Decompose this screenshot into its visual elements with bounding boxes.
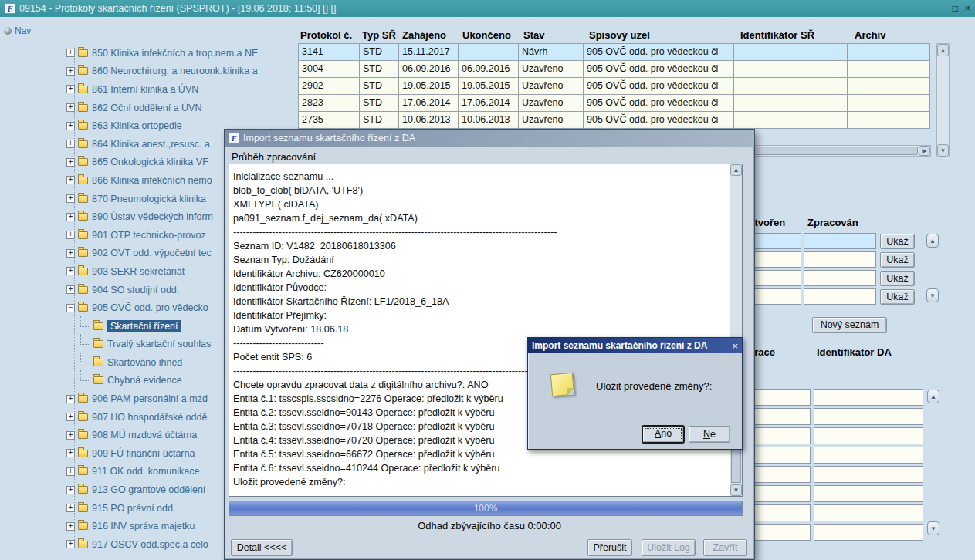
- table-cell[interactable]: [733, 94, 848, 112]
- expand-icon[interactable]: +: [66, 249, 75, 258]
- table-cell[interactable]: 905 OVČ odd. pro vědeckou či: [583, 43, 734, 61]
- expand-icon[interactable]: +: [66, 486, 75, 494]
- table-cell[interactable]: STD: [359, 94, 399, 112]
- da-identifier-field[interactable]: [814, 504, 923, 521]
- table-cell[interactable]: 19.05.2015: [398, 77, 459, 95]
- expand-icon[interactable]: +: [66, 158, 75, 167]
- save-log-button[interactable]: Uložit Log: [642, 539, 696, 556]
- table-row[interactable]: 2823STD17.06.201417.06.2014Uzavřeno905 O…: [298, 94, 936, 112]
- expand-icon[interactable]: +: [66, 522, 75, 531]
- log-scroll-thumb[interactable]: [731, 447, 741, 483]
- table-cell[interactable]: [733, 60, 848, 78]
- table-cell[interactable]: 2902: [298, 77, 360, 95]
- table-vertical-scrollbar[interactable]: ▲ ▼: [936, 43, 950, 157]
- table-cell[interactable]: 06.09.2016: [398, 60, 459, 78]
- table-cell[interactable]: STD: [359, 77, 399, 95]
- table-cell[interactable]: 10.06.2013: [458, 111, 519, 129]
- da-scroll-up-icon[interactable]: ▲: [927, 390, 939, 403]
- da-identifier-field[interactable]: [814, 485, 923, 502]
- da-identifier-field[interactable]: [814, 524, 923, 541]
- collapse-icon[interactable]: −: [66, 304, 75, 312]
- table-cell[interactable]: Uzavřeno: [518, 60, 584, 78]
- table-cell[interactable]: [733, 77, 848, 95]
- table-cell[interactable]: [847, 77, 930, 95]
- table-cell[interactable]: Uzavřeno: [518, 94, 584, 112]
- expand-icon[interactable]: +: [66, 122, 75, 130]
- scroll-track[interactable]: [937, 56, 949, 144]
- expand-icon[interactable]: +: [66, 194, 75, 203]
- new-list-button[interactable]: Nový seznam: [812, 317, 887, 333]
- tree-item[interactable]: +850 Klinika infekčních a trop.nem.a NE: [66, 44, 298, 62]
- table-cell[interactable]: [847, 111, 930, 129]
- table-cell[interactable]: [847, 43, 930, 61]
- expand-icon[interactable]: +: [66, 467, 75, 476]
- expand-icon[interactable]: +: [66, 85, 75, 93]
- expand-icon[interactable]: +: [66, 504, 75, 512]
- da-identifier-field[interactable]: [814, 408, 923, 425]
- no-button[interactable]: Ne: [689, 426, 730, 443]
- table-cell[interactable]: [847, 60, 930, 78]
- table-cell[interactable]: 19.05.2015: [458, 77, 519, 95]
- log-scroll-down-icon[interactable]: ▼: [730, 484, 742, 496]
- yes-button[interactable]: Ano: [642, 426, 684, 443]
- scroll-right-icon[interactable]: ▶: [919, 146, 930, 156]
- table-cell[interactable]: [733, 111, 848, 129]
- processed-field[interactable]: [804, 233, 876, 249]
- table-cell[interactable]: 17.06.2014: [458, 94, 519, 112]
- table-cell[interactable]: STD: [359, 60, 399, 78]
- da-identifier-field[interactable]: [814, 447, 923, 464]
- table-row[interactable]: 2902STD19.05.201519.05.2015Uzavřeno905 O…: [298, 77, 936, 95]
- table-cell[interactable]: [458, 43, 519, 61]
- da-identifier-field[interactable]: [814, 466, 923, 483]
- expand-icon[interactable]: +: [66, 176, 75, 184]
- table-cell[interactable]: STD: [359, 43, 399, 61]
- table-cell[interactable]: Uzavřeno: [518, 77, 584, 95]
- scroll-up-icon[interactable]: ▲: [937, 44, 949, 56]
- expand-icon[interactable]: +: [66, 395, 75, 403]
- confirm-close-icon[interactable]: ×: [732, 340, 738, 352]
- scroll-down-icon[interactable]: ▼: [937, 144, 949, 157]
- close-dialog-button[interactable]: Zavřít: [703, 539, 747, 556]
- table-cell[interactable]: 3004: [298, 60, 360, 78]
- show-button[interactable]: Ukaž: [880, 271, 915, 286]
- expand-icon[interactable]: +: [66, 213, 75, 221]
- expand-icon[interactable]: +: [66, 49, 75, 57]
- table-cell[interactable]: 10.06.2013: [398, 111, 459, 129]
- table-cell[interactable]: Návrh: [518, 43, 584, 61]
- processed-field[interactable]: [804, 251, 876, 268]
- expand-icon[interactable]: +: [66, 231, 75, 239]
- table-cell[interactable]: [733, 43, 848, 61]
- panel-scroll-down-icon[interactable]: ▼: [926, 288, 939, 302]
- tree-item[interactable]: +861 Interní klinika a ÚVN: [66, 80, 298, 99]
- processed-field[interactable]: [804, 288, 876, 305]
- abort-button[interactable]: Přerušit: [587, 539, 632, 556]
- table-cell[interactable]: 905 OVČ odd. pro vědeckou či: [583, 60, 734, 78]
- log-scroll-up-icon[interactable]: ▲: [730, 164, 742, 176]
- tree-item[interactable]: +860 Neurochirurg. a neuroonk.klinika a: [66, 62, 298, 81]
- expand-icon[interactable]: +: [66, 431, 75, 440]
- da-scroll-down-icon[interactable]: ▼: [927, 521, 939, 535]
- progress-dialog-titlebar[interactable]: F Import seznamu skartačního řízení z DA: [225, 130, 754, 147]
- nav-chip[interactable]: Nav: [4, 25, 31, 36]
- expand-icon[interactable]: +: [66, 103, 75, 112]
- processed-field[interactable]: [804, 270, 876, 286]
- table-cell[interactable]: 2735: [298, 111, 360, 129]
- expand-icon[interactable]: +: [66, 267, 75, 275]
- da-identifier-field[interactable]: [814, 389, 923, 406]
- restore-icon[interactable]: □: [953, 3, 958, 14]
- expand-icon[interactable]: +: [66, 449, 75, 457]
- expand-icon[interactable]: +: [66, 140, 75, 148]
- show-button[interactable]: Ukaž: [880, 234, 915, 249]
- da-identifier-field[interactable]: [814, 427, 923, 444]
- table-row[interactable]: 2735STD10.06.201310.06.2013Uzavřeno905 O…: [298, 111, 936, 129]
- table-cell[interactable]: 905 OVČ odd. pro vědeckou či: [583, 111, 734, 129]
- table-row[interactable]: 3141STD15.11.2017Návrh905 OVČ odd. pro v…: [298, 43, 936, 61]
- detail-button[interactable]: Detail <<<<: [231, 539, 293, 556]
- table-cell[interactable]: 15.11.2017: [398, 43, 459, 61]
- show-button[interactable]: Ukaž: [880, 252, 915, 268]
- close-icon[interactable]: ×: [965, 3, 970, 14]
- table-cell[interactable]: 3141: [298, 43, 360, 61]
- panel-scroll-up-icon[interactable]: ▲: [926, 234, 939, 248]
- expand-icon[interactable]: +: [66, 413, 75, 421]
- expand-icon[interactable]: +: [66, 67, 75, 76]
